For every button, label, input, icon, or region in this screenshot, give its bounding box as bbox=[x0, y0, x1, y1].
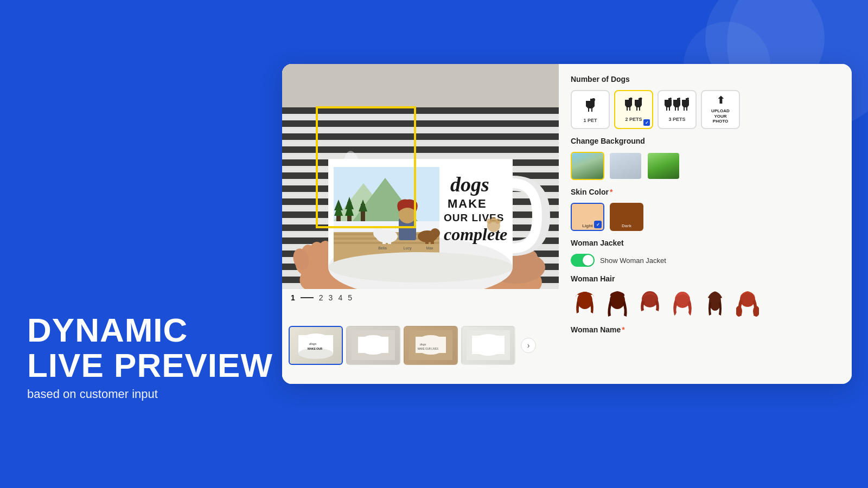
selected-check-2: ✓ bbox=[643, 119, 650, 126]
upload-icon: ⬆ bbox=[717, 95, 725, 107]
skin-section-title: Skin Color* bbox=[571, 188, 840, 196]
svg-rect-86 bbox=[472, 336, 505, 354]
page-4[interactable]: 4 bbox=[338, 293, 342, 302]
svg-text:MAKE OUR LIVES: MAKE OUR LIVES bbox=[418, 348, 438, 350]
svg-text:dogs: dogs bbox=[420, 343, 426, 346]
hair-option-6[interactable] bbox=[733, 290, 762, 318]
pagination: 1 2 3 4 5 bbox=[282, 289, 559, 306]
svg-text:MAKE OUR: MAKE OUR bbox=[308, 347, 323, 350]
product-panel: Bella Lucy Max dogs MAKE OUR LIVES compl… bbox=[282, 64, 559, 384]
bg-option-2[interactable] bbox=[609, 152, 642, 180]
thumbnail-4[interactable] bbox=[461, 326, 515, 365]
svg-text:MAKE: MAKE bbox=[448, 197, 487, 210]
svg-rect-54 bbox=[388, 236, 391, 244]
svg-text:Bella: Bella bbox=[378, 246, 387, 250]
hero-subtitle: based on customer input bbox=[27, 387, 273, 401]
pet-option-3[interactable]: 3 PETS bbox=[658, 90, 697, 129]
thumbnail-strip: dogs MAKE OUR bbox=[282, 306, 559, 384]
page-1[interactable]: 1 bbox=[291, 293, 295, 302]
jacket-label: Show Woman Jacket bbox=[600, 256, 666, 265]
bg-section-title: Change Background bbox=[571, 137, 840, 145]
svg-rect-78 bbox=[358, 337, 388, 353]
svg-text:dogs: dogs bbox=[450, 173, 489, 196]
thumbnail-3[interactable]: dogs MAKE OUR LIVES bbox=[404, 326, 458, 365]
background-options bbox=[571, 152, 840, 180]
jacket-toggle-row: Show Woman Jacket bbox=[571, 254, 840, 267]
svg-point-91 bbox=[678, 98, 680, 100]
dog-icon-1 bbox=[582, 97, 599, 116]
main-image-area: Bella Lucy Max dogs MAKE OUR LIVES compl… bbox=[282, 64, 559, 289]
skin-selected-check: ✓ bbox=[594, 221, 602, 228]
svg-point-70 bbox=[328, 252, 513, 282]
upload-photo-button[interactable]: ⬆ UPLOADYOURPHOTO bbox=[701, 90, 740, 129]
pet-label-3: 3 PETS bbox=[668, 117, 685, 122]
svg-rect-5 bbox=[282, 146, 559, 153]
skin-light-option[interactable]: Light ✓ bbox=[571, 203, 604, 231]
hair-options bbox=[571, 290, 840, 318]
mug-scene-svg: Bella Lucy Max dogs MAKE OUR LIVES compl… bbox=[282, 64, 559, 289]
thumbnail-1[interactable]: dogs MAKE OUR bbox=[289, 326, 343, 365]
svg-text:dogs: dogs bbox=[309, 342, 317, 346]
svg-point-92 bbox=[687, 98, 689, 100]
hero-line2: LIVE PREVIEW bbox=[27, 346, 273, 384]
options-panel: Number of Dogs 1 PET bbox=[559, 64, 852, 384]
mug-background: Bella Lucy Max dogs MAKE OUR LIVES compl… bbox=[282, 64, 559, 289]
dog-icon-3 bbox=[664, 98, 690, 115]
svg-point-87 bbox=[592, 98, 595, 101]
hair-option-1[interactable] bbox=[571, 290, 599, 318]
hair-section-title: Woman Hair bbox=[571, 274, 840, 283]
thumbnail-2[interactable] bbox=[346, 326, 400, 365]
hero-line1: DYNAMIC bbox=[27, 311, 188, 349]
dogs-section-title: Number of Dogs bbox=[571, 75, 840, 84]
pet-label-1: 1 PET bbox=[583, 118, 597, 123]
name-section-title: Woman Name* bbox=[571, 325, 840, 334]
hair-option-2[interactable] bbox=[603, 290, 631, 318]
page-5[interactable]: 5 bbox=[348, 293, 352, 302]
skin-options: Light ✓ Dark bbox=[571, 203, 840, 231]
hair-option-4[interactable] bbox=[668, 290, 697, 318]
svg-point-90 bbox=[669, 98, 672, 100]
hair-option-3[interactable] bbox=[636, 290, 664, 318]
page-2[interactable]: 2 bbox=[319, 293, 323, 302]
next-thumbnail-button[interactable]: › bbox=[521, 338, 536, 353]
svg-rect-3 bbox=[282, 120, 559, 127]
svg-rect-58 bbox=[431, 236, 434, 244]
svg-text:Lucy: Lucy bbox=[404, 246, 412, 251]
page-dash bbox=[301, 297, 314, 298]
hair-option-5[interactable] bbox=[701, 290, 729, 318]
main-card: Bella Lucy Max dogs MAKE OUR LIVES compl… bbox=[282, 64, 852, 384]
svg-text:Max: Max bbox=[426, 246, 433, 250]
upload-label: UPLOADYOURPHOTO bbox=[711, 108, 730, 124]
jacket-toggle[interactable] bbox=[571, 254, 595, 267]
toggle-knob bbox=[583, 255, 593, 266]
svg-rect-2 bbox=[282, 107, 559, 114]
bg-option-1[interactable] bbox=[571, 152, 604, 180]
hero-text: DYNAMIC LIVE PREVIEW based on customer i… bbox=[27, 312, 273, 401]
bg-option-3[interactable] bbox=[647, 152, 680, 180]
svg-rect-4 bbox=[282, 133, 559, 140]
svg-rect-53 bbox=[382, 236, 386, 244]
svg-point-69 bbox=[495, 219, 501, 224]
jacket-section-title: Woman Jacket bbox=[571, 239, 840, 247]
pet-options: 1 PET 2 PETS ✓ bbox=[571, 90, 840, 129]
dog-icon-2 bbox=[623, 98, 644, 115]
pet-label-2: 2 PETS bbox=[625, 117, 642, 122]
pet-option-1[interactable]: 1 PET bbox=[571, 90, 610, 129]
skin-dark-option[interactable]: Dark bbox=[610, 203, 643, 231]
pet-option-2[interactable]: 2 PETS ✓ bbox=[614, 90, 653, 129]
svg-rect-57 bbox=[425, 236, 429, 244]
page-3[interactable]: 3 bbox=[329, 293, 333, 302]
